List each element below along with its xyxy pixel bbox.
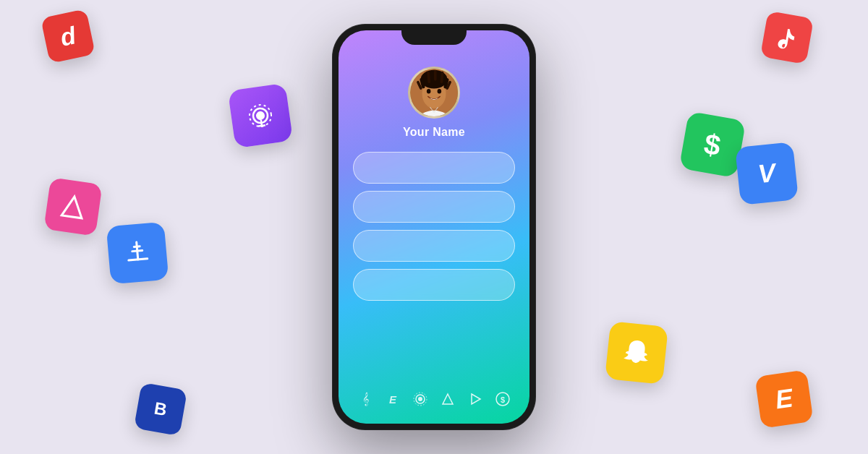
snapchat-icon [605,321,668,385]
blue-bottom-left-icon: B [134,382,187,436]
link-button-1[interactable] [353,152,515,184]
link-button-4[interactable] [353,269,515,301]
link-button-2[interactable] [353,191,515,223]
svg-line-7 [129,259,148,260]
phone-notch [401,25,467,45]
podcasts-icon [228,83,293,148]
venmo-icon: V [735,142,799,205]
tiktok-top-right-icon [760,11,814,64]
testflight-icon [43,177,102,236]
profile-name: Your Name [403,126,465,139]
phone-frame: Your Name 𝄞 E [333,25,535,429]
svg-point-0 [255,111,265,121]
svg-marker-5 [61,195,85,218]
phone-mockup: Your Name 𝄞 E [333,25,535,429]
pocketcasts-top-left-icon: d [41,9,95,64]
svg-line-8 [132,250,142,251]
phone-screen: Your Name 𝄞 E [339,30,529,424]
play-bottom-icon [465,389,485,409]
etsy-bottom-icon: E [383,389,403,409]
svg-marker-26 [472,394,480,404]
svg-point-12 [427,89,431,93]
avatar [408,67,460,119]
svg-point-22 [418,397,422,401]
profile-section: Your Name [403,67,465,139]
appstore-icon [106,222,169,285]
link-button-3[interactable] [353,230,515,262]
avatar-image [410,69,458,116]
dollar-bottom-icon: $ [493,389,513,409]
music-note-icon: 𝄞 [355,389,375,409]
svg-line-9 [134,247,140,247]
podcast-bottom-icon [410,389,430,409]
svg-point-13 [438,89,442,93]
svg-rect-20 [434,70,437,81]
cashapp-icon: $ [679,111,746,179]
svg-marker-25 [443,394,453,404]
triangle-bottom-icon [438,389,458,409]
link-buttons-list [353,152,515,379]
main-scene: d B $ V E [0,0,868,454]
etsy-icon: E [754,369,813,428]
bottom-app-icons: 𝄞 E [355,389,513,409]
svg-line-4 [258,125,265,126]
svg-text:$: $ [501,395,505,404]
